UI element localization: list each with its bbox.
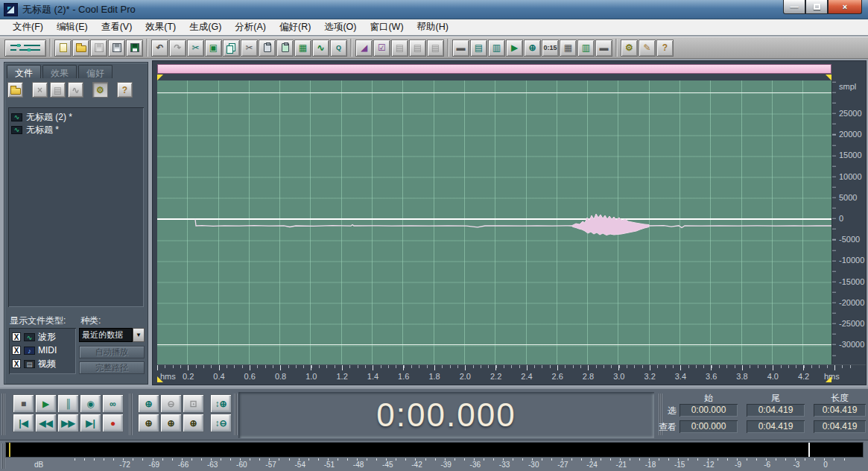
file-list[interactable]: ∿ 无标题 (2) * ∿ 无标题 * bbox=[8, 107, 144, 307]
play-button[interactable]: ▶ bbox=[35, 394, 57, 413]
zoom-window-icon[interactable]: ⊕ bbox=[524, 39, 541, 57]
menu-item[interactable]: 查看(V) bbox=[95, 19, 139, 35]
tab-files[interactable]: 文件 bbox=[7, 65, 41, 78]
zoom-full-button[interactable]: ⊡ bbox=[183, 394, 204, 413]
zoom-in-button[interactable]: ⊕ bbox=[138, 394, 159, 413]
close-button[interactable]: × bbox=[828, 0, 862, 14]
redo-icon[interactable]: ↷ bbox=[169, 39, 186, 57]
cue-range-2-icon[interactable]: ▤ bbox=[409, 39, 426, 57]
overview-bar[interactable] bbox=[157, 64, 831, 74]
paste-icon[interactable] bbox=[259, 39, 276, 57]
open-file-icon[interactable] bbox=[72, 39, 89, 57]
multitrack-view-toggle-icon[interactable] bbox=[4, 39, 46, 57]
file-list-item[interactable]: ∿ 无标题 * bbox=[11, 124, 141, 136]
insert-to-multitrack-icon[interactable]: ∿ bbox=[68, 82, 83, 98]
selection-length-value[interactable]: 0:04.419 bbox=[814, 404, 866, 417]
minimize-button[interactable]: — bbox=[783, 0, 805, 14]
go-to-end-button[interactable]: ▶| bbox=[80, 414, 101, 432]
menu-item[interactable]: 效果(T) bbox=[139, 19, 183, 35]
waveform-area[interactable] bbox=[157, 80, 831, 364]
stop-button[interactable]: ■ bbox=[13, 394, 34, 413]
selection-marker-top-left[interactable] bbox=[157, 75, 163, 80]
autoplay-button[interactable]: 自动播放 bbox=[79, 346, 145, 358]
cue-range-1-icon[interactable]: ▤ bbox=[391, 39, 408, 57]
selection-marker-bottom-right[interactable] bbox=[826, 376, 831, 382]
rewind-button[interactable]: ◀◀ bbox=[35, 414, 57, 432]
title-bar[interactable]: 无标题 (2)* - Cool Edit Pro — × bbox=[0, 0, 868, 19]
file-info-window-icon[interactable]: ▤ bbox=[470, 39, 487, 57]
menu-item[interactable]: 文件(F) bbox=[6, 19, 50, 35]
organizer-window-icon[interactable]: ▥ bbox=[577, 39, 595, 57]
level-meter-bar[interactable] bbox=[6, 443, 863, 457]
selection-start-value[interactable]: 0:00.000 bbox=[679, 404, 738, 417]
paste-new-icon[interactable] bbox=[276, 39, 294, 57]
scripts-icon[interactable]: ✎ bbox=[639, 39, 656, 57]
fast-forward-button[interactable]: ▶▶ bbox=[57, 414, 79, 432]
close-file-icon[interactable]: × bbox=[32, 82, 48, 98]
save-as-icon[interactable] bbox=[108, 39, 125, 57]
options-icon[interactable]: ⚙ bbox=[92, 82, 108, 98]
import-file-icon[interactable]: ▤ bbox=[50, 82, 66, 98]
view-length-value[interactable]: 0:04.419 bbox=[814, 420, 866, 433]
zoom-out-button[interactable]: ⊖ bbox=[160, 394, 182, 413]
menu-item[interactable]: 帮助(H) bbox=[411, 19, 455, 35]
help-icon[interactable]: ? bbox=[117, 82, 133, 98]
cut-icon[interactable]: ✂ bbox=[241, 39, 258, 57]
open-file-icon[interactable] bbox=[7, 82, 23, 98]
tab-preferences[interactable]: 偏好 bbox=[78, 65, 113, 78]
help-icon[interactable]: ? bbox=[656, 39, 674, 57]
zoom-selection-left-button[interactable]: ⊕ bbox=[160, 414, 182, 432]
play-looped-button[interactable]: ◉ bbox=[80, 394, 101, 413]
cue-list-window-icon[interactable]: ▥ bbox=[488, 39, 505, 57]
cut-tool-icon[interactable]: ✂ bbox=[187, 39, 204, 57]
record-button[interactable]: ● bbox=[102, 414, 124, 432]
selection-marker-bottom-left[interactable] bbox=[157, 376, 163, 382]
vertical-zoom-in-button[interactable]: ↕⊕ bbox=[210, 394, 232, 413]
full-path-button[interactable]: 完整路径 bbox=[79, 361, 145, 374]
level-meter-window-icon[interactable]: ▬ bbox=[595, 39, 612, 57]
file-list-item[interactable]: ∿ 无标题 (2) * bbox=[11, 111, 141, 124]
panel-grip[interactable] bbox=[1, 393, 5, 435]
selection-marker-top-right[interactable] bbox=[826, 75, 831, 80]
menu-item[interactable]: 分析(A) bbox=[228, 19, 273, 35]
save-file-icon[interactable] bbox=[90, 39, 107, 57]
save-copy-icon[interactable] bbox=[126, 39, 143, 57]
menu-item[interactable]: 偏好(R) bbox=[273, 19, 317, 35]
panel-grip[interactable] bbox=[234, 393, 238, 435]
window-icon[interactable]: ▬ bbox=[452, 39, 469, 57]
scrub-icon[interactable]: Q bbox=[330, 39, 347, 57]
file-type-checkbox[interactable]: X bbox=[12, 332, 21, 341]
pause-button[interactable]: ║ bbox=[57, 394, 79, 413]
go-to-start-button[interactable]: |◀ bbox=[13, 414, 34, 432]
undo-icon[interactable]: ↶ bbox=[151, 39, 168, 57]
panel-grip[interactable] bbox=[129, 393, 133, 435]
play-list-window-icon[interactable]: ▶ bbox=[506, 39, 523, 57]
cue-sheet-icon[interactable]: ▦ bbox=[560, 39, 577, 57]
chevron-down-icon[interactable]: ▼ bbox=[133, 328, 145, 342]
selection-end-value[interactable]: 0:04.419 bbox=[747, 404, 805, 417]
convert-sample-type-icon[interactable]: ▦ bbox=[294, 39, 311, 57]
view-end-value[interactable]: 0:04.419 bbox=[747, 420, 805, 433]
envelope-tool-icon[interactable]: ◢ bbox=[355, 39, 373, 57]
menu-item[interactable]: 窗口(W) bbox=[363, 19, 410, 35]
cue-range-3-icon[interactable]: ▤ bbox=[427, 39, 444, 57]
sort-kind-dropdown[interactable]: 最近的数据 ▼ bbox=[79, 328, 145, 342]
zoom-selection-button[interactable]: ⊕ bbox=[138, 414, 159, 432]
maximize-button[interactable] bbox=[805, 0, 828, 14]
file-type-checkbox[interactable]: X bbox=[12, 359, 21, 368]
settings-icon[interactable]: ⚙ bbox=[621, 39, 638, 57]
timeline-ruler[interactable]: hms 0.20.40.60.81.01.21.41.61.82.02.22.4… bbox=[157, 364, 866, 382]
trim-icon[interactable]: ▣ bbox=[205, 39, 222, 57]
new-file-icon[interactable] bbox=[54, 39, 72, 57]
file-type-checkbox[interactable]: X bbox=[12, 346, 21, 355]
insert-multitrack-icon[interactable]: ∿ bbox=[312, 39, 329, 57]
amplitude-scale[interactable]: smpl 25000 20000 15000 10000 5000 0 -500… bbox=[831, 80, 866, 364]
menu-item[interactable]: 编辑(E) bbox=[50, 19, 95, 35]
loop-button[interactable]: ∞ bbox=[102, 394, 124, 413]
copy-icon[interactable] bbox=[223, 39, 240, 57]
vertical-zoom-out-button[interactable]: ↕⊖ bbox=[210, 414, 232, 432]
panel-grip[interactable] bbox=[1, 443, 5, 469]
menu-item[interactable]: 选项(O) bbox=[317, 19, 363, 35]
menu-item[interactable]: 生成(G) bbox=[183, 19, 228, 35]
tab-effects[interactable]: 效果 bbox=[42, 65, 77, 78]
